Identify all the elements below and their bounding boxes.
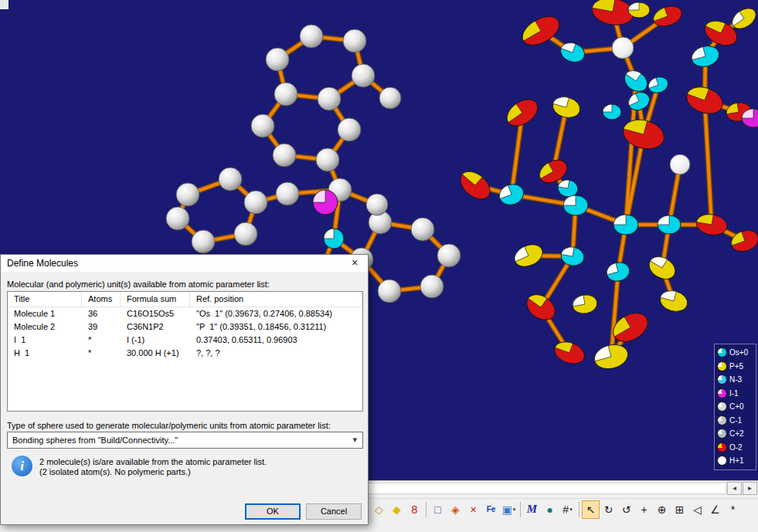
sphere-type-label: Type of sphere used to generate molecula… bbox=[7, 421, 331, 430]
atom-type-label: P+5 bbox=[729, 361, 743, 371]
column-formula[interactable]: Formula sum bbox=[121, 292, 190, 307]
atom-type-icon bbox=[717, 374, 727, 385]
atom-type-label: C+0 bbox=[729, 402, 744, 412]
polyhedra-open-icon[interactable]: ◇ bbox=[370, 500, 388, 519]
legend-item-i1[interactable]: I-1 bbox=[717, 387, 753, 401]
column-title[interactable]: Title bbox=[8, 292, 82, 307]
legend-item-p5[interactable]: P+5 bbox=[717, 360, 753, 374]
atom-type-icon bbox=[717, 429, 727, 439]
atom-type-label: Os+0 bbox=[729, 347, 748, 357]
units-list-label: Molecular (and polymeric) unit(s) availa… bbox=[7, 280, 270, 289]
close-icon[interactable]: × bbox=[342, 255, 368, 272]
polyhedra-filled-icon[interactable]: ◆ bbox=[388, 500, 406, 519]
chevron-down-icon[interactable]: ▾ bbox=[352, 435, 357, 445]
select-mode-icon[interactable]: ↖ bbox=[582, 500, 600, 519]
column-atoms[interactable]: Atoms bbox=[82, 292, 121, 307]
legend-item-c0[interactable]: C+0 bbox=[717, 400, 753, 414]
atom-type-icon bbox=[717, 442, 727, 452]
grow-cluster-icon[interactable]: ◈ bbox=[447, 500, 464, 519]
atom-type-icon bbox=[717, 456, 727, 466]
atom-type-label: H+1 bbox=[729, 456, 744, 466]
info-text-line2: (2 isolated atom(s). No polymeric parts.… bbox=[39, 467, 191, 476]
rotate-z-mode-icon[interactable]: ⊕ bbox=[653, 500, 671, 519]
tracking-icon[interactable]: * bbox=[724, 500, 742, 519]
translate-mode-icon[interactable]: + bbox=[635, 500, 653, 519]
table-row[interactable]: Molecule 239C36N1P2"P 1" (0.39351, 0.184… bbox=[8, 320, 362, 334]
info-icon: i bbox=[12, 456, 32, 476]
column-refpos[interactable]: Ref. position bbox=[190, 292, 362, 307]
space-filling-icon[interactable]: ● bbox=[541, 500, 559, 519]
add-atom-icon[interactable]: Fe bbox=[482, 500, 500, 519]
legend-item-o2[interactable]: O-2 bbox=[717, 441, 753, 455]
lattice-grid-icon[interactable]: #▾ bbox=[559, 500, 576, 519]
window-corner bbox=[0, 0, 8, 9]
legend-item-n3[interactable]: N-3 bbox=[717, 373, 753, 387]
chevron-down-icon[interactable]: ▾ bbox=[513, 507, 516, 513]
atom-type-icon bbox=[717, 402, 727, 412]
table-row[interactable]: Molecule 136C16O15Os5"Os 1" (0.39673, 0.… bbox=[8, 307, 362, 320]
measure-angle-icon[interactable]: ∠ bbox=[706, 500, 724, 519]
legend-item-c2[interactable]: C+2 bbox=[717, 427, 753, 441]
zoom-mode-icon[interactable]: ⊞ bbox=[671, 500, 688, 519]
unit-cell-icon[interactable]: □ bbox=[429, 500, 447, 519]
info-text-line1: 2 molecule(s) is/are available from the … bbox=[39, 457, 267, 466]
molecule-table-header: Title Atoms Formula sum Ref. position bbox=[8, 292, 362, 307]
legend-item-h1[interactable]: H+1 bbox=[717, 454, 753, 468]
atom-type-icon bbox=[717, 388, 727, 398]
toolbar-separator bbox=[426, 502, 427, 517]
ok-button[interactable]: OK bbox=[245, 503, 301, 520]
rotate-mode-icon[interactable]: ↻ bbox=[600, 500, 617, 519]
sphere-type-combobox[interactable]: Bonding spheres from "Build/Connectivity… bbox=[7, 432, 363, 449]
atom-type-label: I-1 bbox=[729, 388, 739, 398]
chevron-down-icon[interactable]: ▾ bbox=[569, 507, 573, 513]
atom-type-label: N-3 bbox=[729, 374, 742, 385]
atom-type-label: C-1 bbox=[729, 415, 742, 425]
molecule-table-rows: Molecule 136C16O15Os5"Os 1" (0.39673, 0.… bbox=[8, 307, 362, 360]
legend-item-c1[interactable]: C-1 bbox=[717, 414, 753, 428]
legend-item-os0[interactable]: Os+0 bbox=[717, 346, 753, 360]
toolbar-separator bbox=[579, 502, 580, 517]
cut-fragment-icon[interactable]: × bbox=[464, 500, 482, 519]
scroll-left-button[interactable]: ◄ bbox=[727, 482, 742, 495]
picture-mode-icon[interactable]: ▣▾ bbox=[500, 500, 518, 519]
bonding-spheres-icon[interactable]: 8 bbox=[406, 500, 423, 519]
dialog-title: Define Molecules bbox=[7, 258, 78, 269]
molecule-table[interactable]: Title Atoms Formula sum Ref. position Mo… bbox=[7, 291, 363, 412]
combobox-value: Bonding spheres from "Build/Connectivity… bbox=[12, 435, 178, 445]
atom-type-icon bbox=[717, 347, 727, 357]
viewing-direction-icon[interactable]: ◁ bbox=[688, 500, 706, 519]
atom-type-icon bbox=[717, 361, 727, 371]
scroll-right-button[interactable]: ► bbox=[743, 482, 757, 495]
atom-type-label: C+2 bbox=[729, 429, 744, 439]
legend-panel: Os+0P+5N-3I-1C+0C-1C+2O-2H+1 bbox=[714, 344, 756, 470]
cancel-button[interactable]: Cancel bbox=[306, 503, 362, 520]
define-molecules-dialog: Define Molecules × Molecular (and polyme… bbox=[0, 254, 369, 525]
dialog-titlebar[interactable]: Define Molecules × bbox=[1, 255, 368, 272]
molecule-mode-icon[interactable]: M bbox=[523, 500, 541, 519]
toolbar-separator bbox=[520, 502, 521, 517]
atom-type-label: O-2 bbox=[729, 442, 743, 452]
spin-mode-icon[interactable]: ↺ bbox=[617, 500, 635, 519]
atom-type-icon bbox=[717, 415, 727, 425]
table-row[interactable]: I 1*I (-1)0.37403, 0.65311, 0.96903 bbox=[8, 334, 362, 347]
table-row[interactable]: H 1*30.000 H (+1)?, ?, ? bbox=[8, 347, 362, 360]
